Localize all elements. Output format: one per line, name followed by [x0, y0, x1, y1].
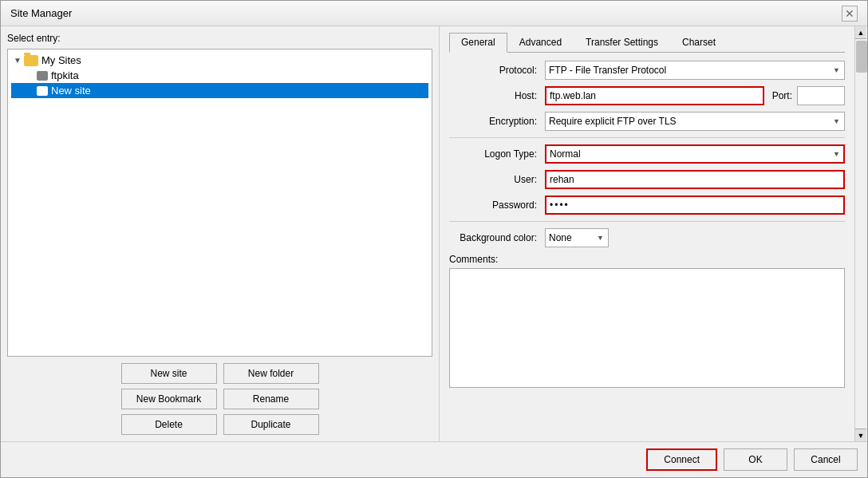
scroll-track [855, 39, 867, 429]
expand-icon: ▼ [11, 56, 24, 65]
dialog-title: Site Manager [10, 7, 72, 19]
bottom-bar: Connect OK Cancel [1, 441, 867, 477]
bg-color-row: Background color: None [449, 228, 845, 247]
encryption-select-wrapper[interactable]: Require explicit FTP over TLS [545, 112, 845, 131]
protocol-label: Protocol: [449, 65, 537, 76]
host-control: Port: [545, 86, 845, 105]
bg-color-label: Background color: [449, 232, 537, 243]
tree-item-label: My Sites [41, 54, 81, 66]
encryption-control: Require explicit FTP over TLS [545, 112, 845, 131]
logon-type-select[interactable]: Normal [545, 144, 845, 164]
protocol-row: Protocol: FTP - File Transfer Protocol [449, 61, 845, 80]
bg-color-wrapper[interactable]: None [545, 228, 609, 247]
server-icon [37, 71, 48, 81]
close-button[interactable]: ✕ [842, 6, 858, 22]
scrollbar[interactable]: ▲ ▼ [854, 26, 867, 441]
btn-row-3: Delete Duplicate [7, 414, 432, 435]
separator-2 [449, 221, 845, 222]
duplicate-button[interactable]: Duplicate [223, 414, 319, 435]
right-content: General Advanced Transfer Settings Chars… [440, 26, 854, 441]
encryption-label: Encryption: [449, 116, 537, 127]
server-icon-new [37, 86, 48, 96]
host-row: Host: Port: [449, 86, 845, 105]
encryption-select[interactable]: Require explicit FTP over TLS [545, 112, 845, 131]
protocol-control: FTP - File Transfer Protocol [545, 61, 845, 80]
user-input[interactable] [545, 170, 845, 189]
tab-transfer-settings[interactable]: Transfer Settings [574, 33, 670, 52]
title-bar: Site Manager ✕ [1, 1, 867, 26]
password-row: Password: [449, 196, 845, 215]
tab-charset[interactable]: Charset [670, 33, 728, 52]
connect-button[interactable]: Connect [646, 448, 717, 471]
host-label: Host: [449, 90, 537, 101]
tabs: General Advanced Transfer Settings Chars… [449, 33, 845, 53]
password-label: Password: [449, 199, 537, 211]
scroll-down-arrow[interactable]: ▼ [855, 429, 866, 441]
tree-item-ftpkita[interactable]: ftpkita [11, 68, 428, 83]
encryption-row: Encryption: Require explicit FTP over TL… [449, 112, 845, 131]
separator-1 [449, 137, 845, 138]
logon-type-control: Normal [545, 144, 845, 164]
new-folder-button[interactable]: New folder [223, 363, 319, 384]
rename-button[interactable]: Rename [223, 389, 319, 409]
new-bookmark-button[interactable]: New Bookmark [121, 389, 217, 409]
tree-item-label-ftpkita: ftpkita [51, 69, 79, 81]
host-input[interactable] [545, 86, 764, 105]
left-panel: Select entry: ▼ My Sites ftpkita [1, 26, 440, 441]
comments-row: Comments: [449, 254, 845, 388]
bg-color-select[interactable]: None [545, 228, 609, 247]
tree-item-label-new-site: New site [51, 85, 91, 97]
btn-row-2: New Bookmark Rename [7, 389, 432, 409]
comments-control [449, 268, 845, 388]
btn-row-1: New site New folder [7, 363, 432, 384]
scroll-up-arrow[interactable]: ▲ [855, 26, 866, 39]
new-site-button[interactable]: New site [121, 363, 217, 384]
delete-button[interactable]: Delete [121, 414, 217, 435]
left-buttons: New site New folder New Bookmark Rename … [7, 363, 432, 435]
comments-label: Comments: [449, 254, 537, 265]
password-input[interactable] [545, 196, 845, 215]
tree-area[interactable]: ▼ My Sites ftpkita New site [7, 49, 432, 357]
user-label: User: [449, 174, 537, 185]
tree-item-new-site[interactable]: New site [11, 83, 428, 98]
tab-advanced[interactable]: Advanced [507, 33, 574, 52]
folder-icon [24, 55, 38, 66]
ok-button[interactable]: OK [724, 448, 787, 471]
scroll-thumb[interactable] [856, 41, 867, 73]
protocol-select[interactable]: FTP - File Transfer Protocol [545, 61, 845, 80]
select-entry-label: Select entry: [7, 33, 432, 44]
form-area: Protocol: FTP - File Transfer Protocol H… [449, 61, 845, 435]
user-row: User: [449, 170, 845, 189]
dialog-body: Select entry: ▼ My Sites ftpkita [1, 26, 867, 441]
user-control [545, 170, 845, 189]
tab-general[interactable]: General [449, 33, 507, 53]
protocol-select-wrapper[interactable]: FTP - File Transfer Protocol [545, 61, 845, 80]
port-label: Port: [772, 90, 792, 101]
site-manager-dialog: Site Manager ✕ Select entry: ▼ My Sites … [0, 0, 868, 478]
comments-textarea[interactable] [449, 268, 845, 388]
right-scroll-area: General Advanced Transfer Settings Chars… [440, 26, 867, 441]
logon-type-wrapper[interactable]: Normal [545, 144, 845, 164]
password-control [545, 196, 845, 215]
logon-type-row: Logon Type: Normal [449, 144, 845, 164]
port-input[interactable] [797, 86, 845, 105]
bg-color-control: None [545, 228, 845, 247]
tree-item-my-sites[interactable]: ▼ My Sites [11, 53, 428, 68]
logon-type-label: Logon Type: [449, 148, 537, 160]
cancel-button[interactable]: Cancel [794, 448, 858, 471]
